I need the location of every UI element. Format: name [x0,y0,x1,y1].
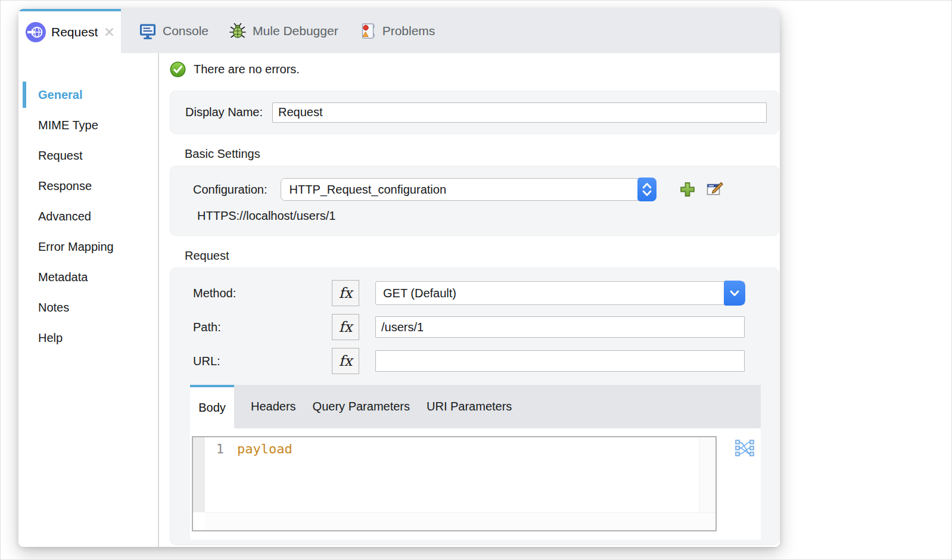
tab-request-label: Request [51,25,98,39]
status-row: There are no errors. [170,61,780,77]
subtab-headers[interactable]: Headers [251,385,296,428]
http-request-globe-icon [26,22,46,42]
screenshot-canvas: Request ✕ Console [0,0,952,560]
category-sidebar: General MIME Type Request Response Advan… [18,53,159,547]
tab-console[interactable]: Console [136,9,211,53]
display-name-label: Display Name: [185,105,263,119]
sidebar-item-mime-type[interactable]: MIME Type [18,110,158,141]
sidebar-item-label: Help [38,331,63,345]
expression-editor[interactable]: 1 payload [192,436,717,531]
edit-config-icon [706,181,724,198]
content-row: General MIME Type Request Response Advan… [18,53,780,547]
display-name-panel: Display Name: [170,91,779,134]
path-label: Path: [193,321,332,334]
sidebar-item-error-mapping[interactable]: Error Mapping [18,232,158,262]
problems-page-icon [359,22,377,40]
subtab-body[interactable]: Body [190,385,234,428]
edit-configuration-button[interactable] [706,181,724,198]
configuration-label: Configuration: [193,183,267,197]
body-editor-area: 1 payload [190,428,761,540]
tab-console-label: Console [163,24,209,38]
sidebar-item-label: MIME Type [38,119,98,132]
url-input[interactable] [375,350,745,372]
editor-tabbar: Request ✕ Console [18,9,780,53]
sidebar-item-notes[interactable]: Notes [18,293,158,323]
code-line: 1 payload [193,441,293,456]
status-message: There are no errors. [194,63,300,76]
sidebar-item-metadata[interactable]: Metadata [18,262,158,293]
configuration-value: HTTP_Request_configuration [290,183,446,197]
method-label: Method: [193,287,332,300]
sidebar-item-response[interactable]: Response [18,171,158,201]
configuration-dropdown[interactable]: HTTP_Request_configuration [281,178,656,201]
add-configuration-button[interactable] [679,181,696,198]
configuration-row: Configuration: HTTP_Request_configuratio… [170,178,779,201]
sidebar-item-label: Request [38,149,83,163]
path-input[interactable] [375,316,745,338]
sidebar-item-label: Metadata [38,270,88,284]
select-chevron-button[interactable] [724,281,745,306]
url-fx-button[interactable]: fx [332,348,359,374]
console-monitor-icon [139,22,157,40]
properties-window: Request ✕ Console [18,9,780,547]
url-label: URL: [193,354,332,368]
tab-request[interactable]: Request ✕ [18,9,121,53]
dropdown-spinner-button[interactable] [637,178,657,201]
subtab-uri-parameters[interactable]: URI Parameters [427,385,512,428]
sidebar-item-general[interactable]: General [18,80,158,110]
request-section-title: Request [185,249,780,263]
request-subtabs: Body Headers Query Parameters URI Parame… [190,385,761,428]
tab-mule-debugger-label: Mule Debugger [253,24,338,38]
line-number: 1 [193,441,224,456]
tab-problems-label: Problems [382,24,435,38]
resolved-url-text: HTTPS://localhost/users/1 [197,209,779,223]
properties-main: There are no errors. Display Name: Basic… [159,53,780,547]
tab-mule-debugger[interactable]: Mule Debugger [226,9,341,53]
path-fx-button[interactable]: fx [332,314,359,340]
sidebar-item-request[interactable]: Request [18,141,158,171]
basic-settings-title: Basic Settings [185,147,780,161]
close-icon[interactable]: ✕ [104,26,115,39]
active-indicator-bar [23,82,26,108]
subtab-query-parameters[interactable]: Query Parameters [313,385,410,428]
editor-vertical-scrollbar[interactable] [699,437,715,512]
basic-settings-panel: Configuration: HTTP_Request_configuratio… [170,166,779,236]
method-value: GET (Default) [383,287,456,300]
add-plus-icon [679,181,696,198]
sidebar-item-help[interactable]: Help [18,323,158,353]
method-select[interactable]: GET (Default) [375,281,745,305]
sidebar-item-label: Response [38,179,92,193]
dataweave-mapping-button[interactable] [735,438,755,458]
sidebar-item-label: General [38,88,82,102]
debugger-bug-icon [229,22,247,40]
method-fx-button[interactable]: fx [332,280,359,306]
dataweave-mapping-icon [735,438,755,458]
success-check-icon [170,61,186,77]
path-row: Path: fx [193,314,745,340]
request-panel: Method: fx GET (Default) Path: [170,267,779,545]
display-name-input[interactable] [272,102,767,123]
editor-horizontal-scrollbar[interactable] [205,512,715,530]
sidebar-item-label: Notes [38,301,69,315]
url-row: URL: fx [193,348,745,374]
tab-problems[interactable]: Problems [356,9,438,53]
sidebar-item-label: Error Mapping [38,240,114,254]
code-text: payload [237,441,293,456]
sidebar-item-advanced[interactable]: Advanced [18,201,158,232]
method-row: Method: fx GET (Default) [193,280,745,306]
sidebar-item-label: Advanced [38,210,91,223]
